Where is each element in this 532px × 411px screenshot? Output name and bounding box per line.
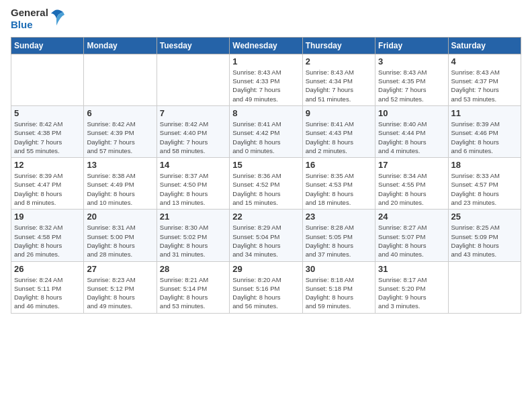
calendar-week-3: 12Sunrise: 8:39 AMSunset: 4:47 PMDayligh… [11,158,521,210]
day-number: 25 [451,212,518,222]
day-info: Sunrise: 8:43 AMSunset: 4:35 PMDaylight:… [378,68,445,103]
calendar-cell: 24Sunrise: 8:27 AMSunset: 5:07 PMDayligh… [375,210,448,261]
day-number: 28 [160,264,226,274]
header: General Blue [11,7,521,32]
day-info: Sunrise: 8:34 AMSunset: 4:55 PMDaylight:… [378,171,445,207]
day-info: Sunrise: 8:21 AMSunset: 5:14 PMDaylight:… [160,275,226,311]
day-number: 15 [232,160,299,170]
day-info: Sunrise: 8:39 AMSunset: 4:47 PMDaylight:… [14,171,81,207]
day-number: 2 [306,56,372,66]
day-number: 13 [87,160,153,170]
day-info: Sunrise: 8:25 AMSunset: 5:09 PMDaylight:… [451,223,518,259]
day-info: Sunrise: 8:42 AMSunset: 4:38 PMDaylight:… [14,120,81,155]
day-info: Sunrise: 8:43 AMSunset: 4:37 PMDaylight:… [451,68,518,103]
day-number: 4 [451,56,518,66]
calendar-cell: 14Sunrise: 8:37 AMSunset: 4:50 PMDayligh… [157,158,229,210]
day-info: Sunrise: 8:43 AMSunset: 4:34 PMDaylight:… [306,68,372,103]
page: General Blue SundayMondayTuesdayWednesda… [0,0,532,320]
day-info: Sunrise: 8:35 AMSunset: 4:53 PMDaylight:… [306,171,372,207]
day-number: 26 [14,264,81,274]
calendar-cell: 15Sunrise: 8:36 AMSunset: 4:52 PMDayligh… [230,158,302,210]
day-number: 16 [306,160,372,170]
calendar-cell: 9Sunrise: 8:41 AMSunset: 4:43 PMDaylight… [302,105,375,157]
calendar-cell: 5Sunrise: 8:42 AMSunset: 4:38 PMDaylight… [11,105,84,157]
calendar-week-4: 19Sunrise: 8:32 AMSunset: 4:58 PMDayligh… [11,210,521,261]
calendar-cell: 2Sunrise: 8:43 AMSunset: 4:34 PMDaylight… [302,54,375,105]
calendar-cell: 30Sunrise: 8:18 AMSunset: 5:18 PMDayligh… [302,261,375,313]
day-number: 3 [378,56,445,66]
calendar-cell: 7Sunrise: 8:42 AMSunset: 4:40 PMDaylight… [157,105,229,157]
calendar-cell: 27Sunrise: 8:23 AMSunset: 5:12 PMDayligh… [84,261,157,313]
day-number: 18 [451,160,518,170]
calendar-cell: 26Sunrise: 8:24 AMSunset: 5:11 PMDayligh… [11,261,84,313]
weekday-header-thursday: Thursday [302,37,375,54]
day-number: 9 [306,108,372,118]
calendar-cell: 8Sunrise: 8:41 AMSunset: 4:42 PMDaylight… [230,105,302,157]
day-number: 14 [160,160,226,170]
calendar-cell [448,261,521,313]
calendar-week-2: 5Sunrise: 8:42 AMSunset: 4:38 PMDaylight… [11,105,521,157]
day-number: 23 [306,212,372,222]
day-number: 20 [87,212,153,222]
day-number: 7 [160,108,226,118]
day-number: 21 [160,212,226,222]
weekday-header-tuesday: Tuesday [157,37,229,54]
logo: General Blue [11,7,64,32]
day-info: Sunrise: 8:38 AMSunset: 4:49 PMDaylight:… [87,171,153,207]
day-info: Sunrise: 8:30 AMSunset: 5:02 PMDaylight:… [160,223,226,259]
day-number: 17 [378,160,445,170]
logo-bird-icon [50,7,64,31]
weekday-header-wednesday: Wednesday [230,37,302,54]
day-info: Sunrise: 8:20 AMSunset: 5:16 PMDaylight:… [232,275,299,311]
calendar-cell [11,54,84,105]
calendar-cell: 3Sunrise: 8:43 AMSunset: 4:35 PMDaylight… [375,54,448,105]
calendar-cell [84,54,157,105]
day-info: Sunrise: 8:18 AMSunset: 5:18 PMDaylight:… [306,275,372,311]
calendar-cell: 17Sunrise: 8:34 AMSunset: 4:55 PMDayligh… [375,158,448,210]
calendar-cell: 31Sunrise: 8:17 AMSunset: 5:20 PMDayligh… [375,261,448,313]
calendar-cell: 20Sunrise: 8:31 AMSunset: 5:00 PMDayligh… [84,210,157,261]
day-info: Sunrise: 8:42 AMSunset: 4:40 PMDaylight:… [160,120,226,155]
calendar-cell: 25Sunrise: 8:25 AMSunset: 5:09 PMDayligh… [448,210,521,261]
day-info: Sunrise: 8:43 AMSunset: 4:33 PMDaylight:… [232,68,299,103]
day-info: Sunrise: 8:23 AMSunset: 5:12 PMDaylight:… [87,275,153,311]
day-info: Sunrise: 8:27 AMSunset: 5:07 PMDaylight:… [378,223,445,259]
day-number: 5 [14,108,81,118]
day-number: 29 [232,264,299,274]
day-number: 6 [87,108,153,118]
day-number: 12 [14,160,81,170]
day-number: 1 [232,56,299,66]
calendar-cell: 12Sunrise: 8:39 AMSunset: 4:47 PMDayligh… [11,158,84,210]
calendar-cell: 6Sunrise: 8:42 AMSunset: 4:39 PMDaylight… [84,105,157,157]
weekday-header-monday: Monday [84,37,157,54]
day-number: 10 [378,108,445,118]
day-info: Sunrise: 8:36 AMSunset: 4:52 PMDaylight:… [232,171,299,207]
day-number: 11 [451,108,518,118]
day-info: Sunrise: 8:32 AMSunset: 4:58 PMDaylight:… [14,223,81,259]
day-number: 31 [378,264,445,274]
calendar-cell: 21Sunrise: 8:30 AMSunset: 5:02 PMDayligh… [157,210,229,261]
day-info: Sunrise: 8:24 AMSunset: 5:11 PMDaylight:… [14,275,81,311]
calendar-week-1: 1Sunrise: 8:43 AMSunset: 4:33 PMDaylight… [11,54,521,105]
day-info: Sunrise: 8:39 AMSunset: 4:46 PMDaylight:… [451,120,518,155]
weekday-header-saturday: Saturday [448,37,521,54]
weekday-header-friday: Friday [375,37,448,54]
weekday-header-sunday: Sunday [11,37,84,54]
calendar-cell [157,54,229,105]
calendar-cell: 23Sunrise: 8:28 AMSunset: 5:05 PMDayligh… [302,210,375,261]
calendar-cell: 16Sunrise: 8:35 AMSunset: 4:53 PMDayligh… [302,158,375,210]
calendar-cell: 29Sunrise: 8:20 AMSunset: 5:16 PMDayligh… [230,261,302,313]
day-info: Sunrise: 8:29 AMSunset: 5:04 PMDaylight:… [232,223,299,259]
day-info: Sunrise: 8:33 AMSunset: 4:57 PMDaylight:… [451,171,518,207]
calendar-cell: 19Sunrise: 8:32 AMSunset: 4:58 PMDayligh… [11,210,84,261]
day-number: 30 [306,264,372,274]
calendar-cell: 28Sunrise: 8:21 AMSunset: 5:14 PMDayligh… [157,261,229,313]
day-number: 8 [232,108,299,118]
calendar-cell: 10Sunrise: 8:40 AMSunset: 4:44 PMDayligh… [375,105,448,157]
calendar-table: SundayMondayTuesdayWednesdayThursdayFrid… [11,37,521,314]
day-info: Sunrise: 8:31 AMSunset: 5:00 PMDaylight:… [87,223,153,259]
day-info: Sunrise: 8:37 AMSunset: 4:50 PMDaylight:… [160,171,226,207]
day-info: Sunrise: 8:17 AMSunset: 5:20 PMDaylight:… [378,275,445,311]
day-number: 27 [87,264,153,274]
calendar-cell: 11Sunrise: 8:39 AMSunset: 4:46 PMDayligh… [448,105,521,157]
